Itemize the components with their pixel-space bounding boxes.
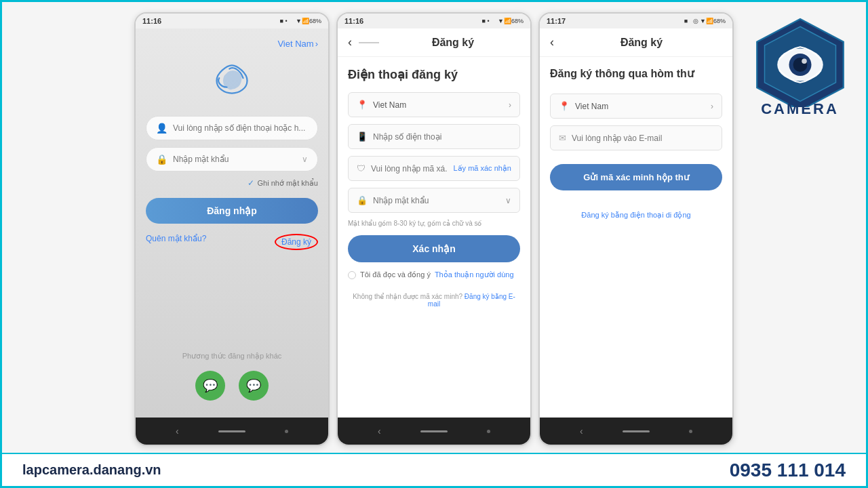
phone-icon-2: 📱 bbox=[357, 131, 368, 142]
phone-label: 0935 111 014 bbox=[730, 460, 846, 481]
lock-icon: 🔒 bbox=[156, 154, 167, 165]
home-nav-bar-1[interactable] bbox=[218, 430, 245, 432]
screen-title-3: Đăng ký thông qua hòm thư bbox=[550, 67, 722, 80]
send-code-button[interactable]: Gửi mã xác minh hộp thư bbox=[550, 164, 722, 190]
user-icon: 👤 bbox=[156, 123, 167, 134]
back-nav-icon-1[interactable]: ‹ bbox=[176, 426, 179, 436]
status-bar-2: 11:16 ■ • ▼📶68% bbox=[338, 14, 530, 28]
confirm-button[interactable]: Xác nhận bbox=[348, 235, 520, 262]
country-field-2[interactable]: 📍 Viet Nam › bbox=[348, 92, 520, 117]
bottom-nav-2: ‹ bbox=[338, 418, 530, 445]
back-nav-icon-2[interactable]: ‹ bbox=[378, 426, 381, 436]
bottom-nav-1: ‹ bbox=[136, 418, 328, 445]
email-field[interactable]: ✉ bbox=[550, 125, 722, 150]
chevron-icon-2: › bbox=[509, 100, 511, 110]
website-label: lapcamera.danang.vn bbox=[22, 462, 161, 478]
email-input[interactable] bbox=[572, 134, 713, 143]
country-value-2: Viet Nam bbox=[373, 100, 503, 110]
back-button-3[interactable]: ‹ bbox=[550, 35, 554, 49]
login-links-row: Quên mật khẩu? Đăng ký bbox=[146, 234, 318, 250]
time-1: 11:16 bbox=[142, 17, 161, 25]
time-2: 11:16 bbox=[344, 17, 363, 25]
back-nav-icon-3[interactable]: ‹ bbox=[580, 426, 583, 436]
top-area: 11:16 ■ • ▼📶68% Viet Nam › bbox=[2, 2, 866, 453]
icons-3: ■ ◎ ▼📶68% bbox=[684, 18, 726, 24]
forgot-password-link[interactable]: Quên mật khẩu? bbox=[146, 234, 206, 250]
status-bar-3: 11:17 ■ ◎ ▼📶68% bbox=[540, 14, 732, 28]
location-icon-2: 📍 bbox=[357, 100, 368, 110]
footer: lapcamera.danang.vn 0935 111 014 bbox=[2, 453, 866, 486]
icons-1: ■ • ▼📶68% bbox=[279, 18, 321, 24]
recent-nav-dot-3[interactable] bbox=[689, 430, 692, 433]
nav-title-2: Đăng ký bbox=[386, 37, 520, 49]
main-container: 11:16 ■ • ▼📶68% Viet Nam › bbox=[2, 2, 866, 486]
recent-nav-dot-2[interactable] bbox=[487, 430, 490, 433]
phone1-screen: Viet Nam › 👤 bbox=[136, 28, 328, 418]
nav-bar-2: ‹ Đăng ký bbox=[338, 28, 530, 57]
nav-divider-2 bbox=[359, 42, 379, 43]
agree-row: Tôi đã đọc và đồng ý Thỏa thuận người dù… bbox=[348, 270, 520, 279]
recent-nav-dot-1[interactable] bbox=[285, 430, 288, 433]
register-link-circled[interactable]: Đăng ký bbox=[275, 234, 318, 250]
phones-container: 11:16 ■ • ▼📶68% Viet Nam › bbox=[12, 9, 856, 446]
username-input[interactable] bbox=[173, 123, 308, 133]
home-nav-bar-2[interactable] bbox=[420, 430, 448, 432]
password-input-2[interactable] bbox=[373, 196, 500, 205]
phone-field-2[interactable]: 📱 bbox=[348, 124, 520, 149]
screen-title-2: Điện thoại đăng ký bbox=[348, 67, 520, 82]
code-field-2[interactable]: 🛡 Lấy mã xác nhận bbox=[348, 156, 520, 181]
home-nav-bar-3[interactable] bbox=[623, 430, 650, 432]
location-icon-3: 📍 bbox=[559, 101, 570, 111]
phone-3-register-email: 11:17 ■ ◎ ▼📶68% ‹ Đăng ký Đăng ký thông … bbox=[538, 12, 734, 446]
country-value-3: Viet Nam bbox=[575, 102, 705, 111]
country-selector-1[interactable]: Viet Nam › bbox=[277, 39, 318, 49]
remember-label: Ghi nhớ mật khẩu bbox=[258, 179, 318, 188]
password-input-1[interactable] bbox=[173, 155, 296, 164]
radio-icon[interactable] bbox=[348, 271, 356, 279]
camera-logo-svg bbox=[749, 12, 851, 107]
wechat-button[interactable]: 💬 bbox=[195, 371, 225, 401]
social-buttons: 💬 💬 bbox=[195, 371, 269, 401]
app-logo-1 bbox=[212, 62, 252, 99]
eye-icon-1[interactable]: ∨ bbox=[302, 155, 308, 164]
time-3: 11:17 bbox=[547, 17, 566, 25]
bottom-nav-3: ‹ bbox=[540, 418, 732, 445]
password-field-1[interactable]: 🔒 ∨ bbox=[146, 147, 318, 171]
eye-icon-2[interactable]: ∨ bbox=[505, 196, 511, 205]
phone-input-2[interactable] bbox=[373, 132, 511, 142]
alt-login-label: Phương thức đăng nhập khác bbox=[182, 352, 282, 361]
phone-2-register-phone: 11:16 ■ • ▼📶68% ‹ Đăng ký Điện thoại đăn… bbox=[336, 12, 532, 446]
register-phone-content: Điện thoại đăng ký 📍 Viet Nam › 📱 bbox=[338, 57, 530, 418]
status-bar-1: 11:16 ■ • ▼📶68% bbox=[136, 14, 328, 28]
password-hint: Mật khẩu gồm 8-30 ký tự, gồm cả chữ và s… bbox=[348, 220, 520, 227]
camera-text: CAMERA bbox=[761, 100, 839, 118]
wechat-icon: 💬 bbox=[203, 378, 218, 393]
country-field-3[interactable]: 📍 Viet Nam › bbox=[550, 94, 722, 119]
line-icon: 💬 bbox=[246, 378, 261, 393]
chevron-icon-3: › bbox=[711, 102, 713, 111]
terms-link[interactable]: Thỏa thuận người dùng bbox=[435, 270, 514, 279]
svg-point-5 bbox=[802, 59, 807, 64]
cannot-receive-section: Không thể nhận được mã xác minh? Đăng ký… bbox=[348, 293, 520, 308]
phone-register-link[interactable]: Đăng ký bằng điện thoại di động bbox=[550, 211, 722, 220]
register-email-content: Đăng ký thông qua hòm thư 📍 Viet Nam › ✉ bbox=[540, 57, 732, 418]
icons-2: ■ • ▼📶68% bbox=[481, 18, 524, 24]
camera-logo-area: CAMERA bbox=[741, 7, 859, 123]
phone-1-login: 11:16 ■ • ▼📶68% Viet Nam › bbox=[134, 12, 330, 446]
back-button-2[interactable]: ‹ bbox=[348, 35, 352, 49]
phone3-screen: ‹ Đăng ký Đăng ký thông qua hòm thư 📍 Vi… bbox=[540, 28, 732, 418]
phone2-screen: ‹ Đăng ký Điện thoại đăng ký 📍 Viet Nam … bbox=[338, 28, 530, 418]
email-icon: ✉ bbox=[559, 133, 566, 143]
code-input-2[interactable] bbox=[371, 164, 448, 174]
login-button[interactable]: Đăng nhập bbox=[146, 198, 318, 224]
line-button[interactable]: 💬 bbox=[239, 371, 269, 401]
password-field-2[interactable]: 🔒 ∨ bbox=[348, 188, 520, 213]
resend-link[interactable]: Lấy mã xác nhận bbox=[453, 164, 511, 173]
lock-icon-2: 🔒 bbox=[357, 195, 368, 205]
shield-icon-2: 🛡 bbox=[357, 163, 366, 174]
checkmark-icon: ✓ bbox=[248, 178, 254, 188]
remember-row: ✓ Ghi nhớ mật khẩu bbox=[248, 178, 318, 188]
username-field[interactable]: 👤 bbox=[146, 116, 318, 140]
agree-text: Tôi đã đọc và đồng ý bbox=[360, 270, 431, 279]
nav-title-3: Đăng ký bbox=[561, 37, 722, 49]
